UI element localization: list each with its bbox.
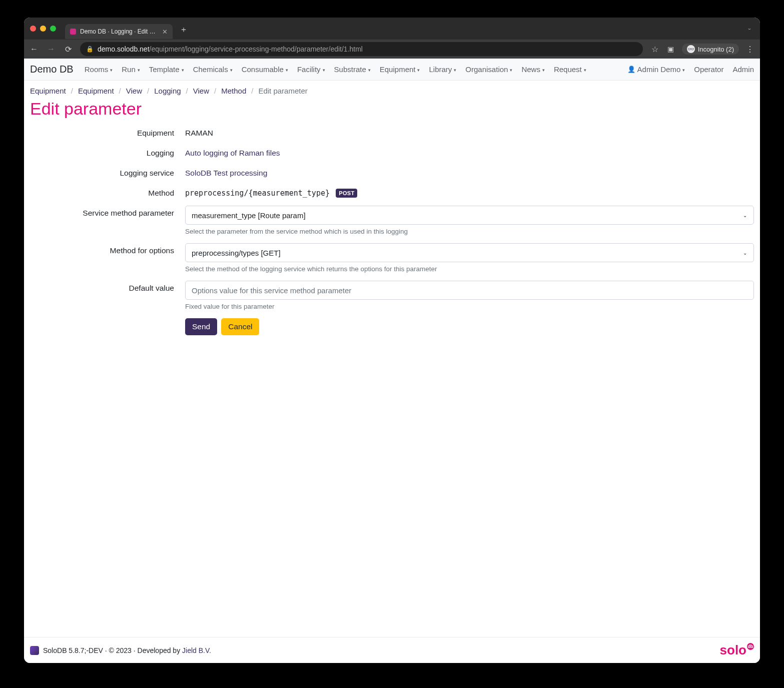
form-actions: Send Cancel xyxy=(30,318,754,335)
url-path: /equipment/logging/service-processing-me… xyxy=(150,45,363,53)
nav-organisation[interactable]: Organisation▾ xyxy=(465,65,512,74)
window-maximize-button[interactable] xyxy=(50,26,56,32)
chevron-down-icon: ▾ xyxy=(368,68,371,73)
chevron-down-icon: ▾ xyxy=(286,68,288,73)
nav-library[interactable]: Library▾ xyxy=(429,65,456,74)
bc-view-2[interactable]: View xyxy=(193,87,209,95)
browser-tab[interactable]: Demo DB · Logging · Edit param ✕ xyxy=(65,24,173,39)
browser-toolbar: ← → ⟳ 🔒 demo.solodb.net/equipment/loggin… xyxy=(24,40,760,59)
browser-window: Demo DB · Logging · Edit param ✕ ＋ ⌄ ← →… xyxy=(24,18,760,663)
bc-equipment-1[interactable]: Equipment xyxy=(30,87,66,95)
bc-logging[interactable]: Logging xyxy=(154,87,181,95)
link-logging-service[interactable]: SoloDB Test processing xyxy=(185,166,754,178)
chevron-down-icon: ▾ xyxy=(230,68,233,73)
select-smp[interactable]: measurement_type [Route param] xyxy=(185,206,754,225)
nav-forward-icon[interactable]: → xyxy=(46,45,56,54)
nav-equipment[interactable]: Equipment▾ xyxy=(380,65,420,74)
tab-close-icon[interactable]: ✕ xyxy=(162,28,168,36)
row-default: Default value Fixed value for this param… xyxy=(30,281,754,310)
row-mfo: Method for options preprocessing/types [… xyxy=(30,243,754,273)
footer-text: SoloDB 5.8.7;-DEV · © 2023 · Developed b… xyxy=(43,646,211,654)
breadcrumb: Equipment/ Equipment/ View/ Logging/ Vie… xyxy=(24,81,760,99)
label-logging-service: Logging service xyxy=(30,166,185,178)
traffic-lights xyxy=(30,26,56,32)
bc-method[interactable]: Method xyxy=(221,87,246,95)
titlebar: Demo DB · Logging · Edit param ✕ ＋ ⌄ xyxy=(24,18,760,40)
nav-operator[interactable]: Operator xyxy=(694,65,723,74)
label-logging: Logging xyxy=(30,146,185,158)
page-title: Edit parameter xyxy=(24,99,760,124)
nav-substrate[interactable]: Substrate▾ xyxy=(334,65,371,74)
label-default: Default value xyxy=(30,281,185,293)
send-button[interactable]: Send xyxy=(185,318,217,335)
incognito-badge[interactable]: 👓 Incognito (2) xyxy=(682,44,739,55)
cancel-button[interactable]: Cancel xyxy=(221,318,259,335)
bc-equipment-2[interactable]: Equipment xyxy=(78,87,114,95)
chevron-down-icon: ▾ xyxy=(138,68,140,73)
brandmark-text: solo xyxy=(720,642,746,658)
chevron-down-icon: ▾ xyxy=(110,68,113,73)
nav-facility[interactable]: Facility▾ xyxy=(297,65,325,74)
footer: SoloDB 5.8.7;-DEV · © 2023 · Developed b… xyxy=(24,637,760,663)
row-logging: Logging Auto logging of Raman files xyxy=(30,146,754,158)
select-mfo[interactable]: preprocessing/types [GET] xyxy=(185,243,754,262)
window-minimize-button[interactable] xyxy=(40,26,46,32)
nav-news[interactable]: News▾ xyxy=(521,65,545,74)
row-logging-service: Logging service SoloDB Test processing xyxy=(30,166,754,178)
tab-favicon xyxy=(70,29,76,35)
form: Equipment RAMAN Logging Auto logging of … xyxy=(24,124,760,345)
chevron-down-icon: ▾ xyxy=(510,68,512,73)
star-icon[interactable]: ☆ xyxy=(650,45,660,54)
panel-icon[interactable]: ▣ xyxy=(666,45,676,53)
toolbar-right: ☆ ▣ 👓 Incognito (2) ⋮ xyxy=(650,44,755,55)
address-bar[interactable]: 🔒 demo.solodb.net/equipment/logging/serv… xyxy=(80,42,643,56)
label-mfo: Method for options xyxy=(30,243,185,255)
label-method: Method xyxy=(30,186,185,198)
chevron-down-icon: ▾ xyxy=(542,68,545,73)
nav-run[interactable]: Run▾ xyxy=(122,65,140,74)
label-equipment: Equipment xyxy=(30,126,185,138)
bc-current: Edit parameter xyxy=(258,87,307,95)
brandmark: solodb xyxy=(720,642,754,658)
incognito-label: Incognito (2) xyxy=(698,46,734,53)
help-smp: Select the parameter from the service me… xyxy=(185,228,754,235)
brandmark-sup: db xyxy=(747,643,754,650)
nav-back-icon[interactable]: ← xyxy=(29,45,39,54)
chevron-down-icon: ▾ xyxy=(417,68,420,73)
nav-chemicals[interactable]: Chemicals▾ xyxy=(193,65,233,74)
brand[interactable]: Demo DB xyxy=(30,64,74,75)
row-equipment: Equipment RAMAN xyxy=(30,126,754,138)
method-badge: POST xyxy=(336,189,357,198)
label-smp: Service method parameter xyxy=(30,206,185,218)
help-default: Fixed value for this parameter xyxy=(185,303,754,310)
value-equipment: RAMAN xyxy=(185,126,754,138)
footer-company-link[interactable]: Jield B.V. xyxy=(182,646,211,654)
value-method: preprocessing/{measurement_type} POST xyxy=(185,186,754,198)
footer-logo-icon xyxy=(30,646,39,655)
tabs-dropdown-icon[interactable]: ⌄ xyxy=(747,27,752,31)
nav-request[interactable]: Request▾ xyxy=(554,65,586,74)
help-mfo: Select the method of the logging service… xyxy=(185,265,754,273)
nav-admin[interactable]: Admin xyxy=(732,65,754,74)
link-logging[interactable]: Auto logging of Raman files xyxy=(185,146,754,158)
user-icon: 👤 xyxy=(627,66,635,73)
chevron-down-icon: ▾ xyxy=(182,68,184,73)
input-default[interactable] xyxy=(185,281,754,300)
method-path: preprocessing/{measurement_type} xyxy=(185,189,330,198)
chevron-down-icon: ▾ xyxy=(323,68,325,73)
nav-reload-icon[interactable]: ⟳ xyxy=(63,45,73,54)
nav-admin-demo[interactable]: 👤Admin Demo▾ xyxy=(627,65,685,74)
window-close-button[interactable] xyxy=(30,26,36,32)
nav-template[interactable]: Template▾ xyxy=(149,65,184,74)
chevron-down-icon: ▾ xyxy=(682,68,685,73)
nav-consumable[interactable]: Consumable▾ xyxy=(242,65,288,74)
nav-rooms[interactable]: Rooms▾ xyxy=(85,65,113,74)
bc-view-1[interactable]: View xyxy=(126,87,142,95)
menu-icon[interactable]: ⋮ xyxy=(745,45,755,54)
tab-title: Demo DB · Logging · Edit param xyxy=(80,28,158,35)
page-content: Demo DB Rooms▾ Run▾ Template▾ Chemicals▾… xyxy=(24,59,760,663)
lock-icon: 🔒 xyxy=(86,46,94,53)
new-tab-button[interactable]: ＋ xyxy=(180,25,188,35)
url-text: demo.solodb.net/equipment/logging/servic… xyxy=(98,45,363,53)
url-host: demo.solodb.net xyxy=(98,45,150,53)
